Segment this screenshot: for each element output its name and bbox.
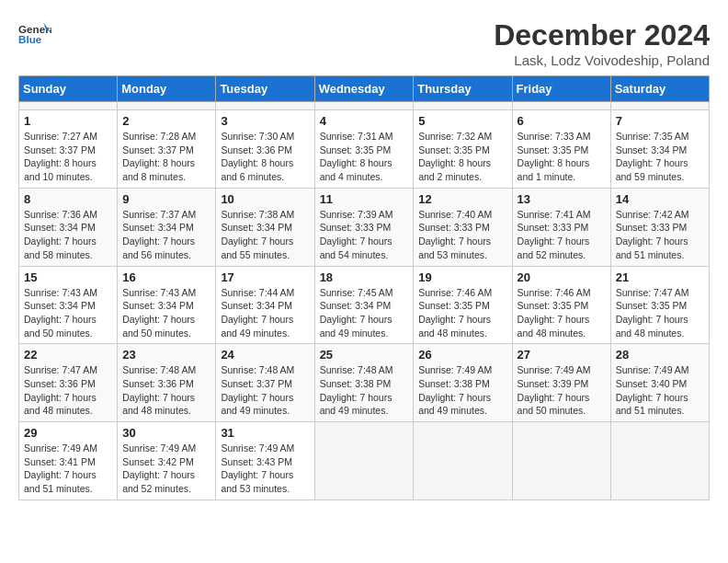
day-number: 27 [518,348,606,362]
title-block: December 2024 Lask, Lodz Voivodeship, Po… [494,18,710,68]
day-info: Sunrise: 7:36 AM Sunset: 3:34 PM Dayligh… [24,208,112,262]
calendar-cell: 6Sunrise: 7:33 AM Sunset: 3:35 PM Daylig… [512,110,610,189]
day-info: Sunrise: 7:38 AM Sunset: 3:34 PM Dayligh… [221,208,309,262]
day-number: 25 [320,348,409,362]
calendar-week-4: 15Sunrise: 7:43 AM Sunset: 3:34 PM Dayli… [19,266,710,344]
calendar-cell: 24Sunrise: 7:48 AM Sunset: 3:37 PM Dayli… [216,344,314,422]
calendar-cell: 3Sunrise: 7:30 AM Sunset: 3:36 PM Daylig… [216,110,314,189]
col-header-tuesday: Tuesday [216,76,314,102]
day-info: Sunrise: 7:48 AM Sunset: 3:36 PM Dayligh… [122,363,210,418]
day-number: 13 [518,192,606,206]
day-info: Sunrise: 7:49 AM Sunset: 3:40 PM Dayligh… [616,363,704,418]
calendar-cell: 18Sunrise: 7:45 AM Sunset: 3:34 PM Dayli… [314,266,414,344]
calendar-cell: 7Sunrise: 7:35 AM Sunset: 3:34 PM Daylig… [610,110,709,189]
calendar-week-1 [19,102,710,110]
calendar-cell: 31Sunrise: 7:49 AM Sunset: 3:43 PM Dayli… [216,422,314,500]
calendar-cell [118,102,216,110]
day-number: 28 [616,348,704,362]
col-header-monday: Monday [118,76,216,102]
calendar-cell: 30Sunrise: 7:49 AM Sunset: 3:42 PM Dayli… [118,422,216,500]
calendar-cell: 29Sunrise: 7:49 AM Sunset: 3:41 PM Dayli… [19,422,118,500]
day-number: 6 [518,114,606,128]
day-info: Sunrise: 7:45 AM Sunset: 3:34 PM Dayligh… [320,286,409,340]
calendar-week-5: 22Sunrise: 7:47 AM Sunset: 3:36 PM Dayli… [19,344,710,422]
day-number: 4 [320,114,409,128]
day-info: Sunrise: 7:31 AM Sunset: 3:35 PM Dayligh… [320,130,409,184]
day-info: Sunrise: 7:37 AM Sunset: 3:34 PM Dayligh… [122,208,210,262]
day-number: 21 [616,270,704,284]
calendar-cell: 23Sunrise: 7:48 AM Sunset: 3:36 PM Dayli… [118,344,216,422]
main-title: December 2024 [494,18,710,52]
calendar-cell: 10Sunrise: 7:38 AM Sunset: 3:34 PM Dayli… [216,188,314,266]
calendar-cell: 13Sunrise: 7:41 AM Sunset: 3:33 PM Dayli… [512,188,610,266]
day-number: 14 [616,192,704,206]
day-number: 31 [221,426,309,440]
day-info: Sunrise: 7:42 AM Sunset: 3:33 PM Dayligh… [616,208,704,262]
calendar-cell: 19Sunrise: 7:46 AM Sunset: 3:35 PM Dayli… [414,266,512,344]
day-info: Sunrise: 7:49 AM Sunset: 3:41 PM Dayligh… [24,442,112,496]
col-header-friday: Friday [512,76,610,102]
day-info: Sunrise: 7:48 AM Sunset: 3:38 PM Dayligh… [320,363,409,418]
calendar-cell: 12Sunrise: 7:40 AM Sunset: 3:33 PM Dayli… [414,188,512,266]
day-number: 5 [418,114,506,128]
day-number: 7 [616,114,704,128]
day-info: Sunrise: 7:48 AM Sunset: 3:37 PM Dayligh… [221,363,309,418]
calendar-cell [610,422,709,500]
day-number: 3 [221,114,309,128]
calendar-cell: 2Sunrise: 7:28 AM Sunset: 3:37 PM Daylig… [118,110,216,189]
calendar-cell: 17Sunrise: 7:44 AM Sunset: 3:34 PM Dayli… [216,266,314,344]
calendar-header-row: SundayMondayTuesdayWednesdayThursdayFrid… [19,76,710,102]
calendar-cell [610,102,709,110]
day-info: Sunrise: 7:49 AM Sunset: 3:42 PM Dayligh… [122,442,210,496]
day-number: 19 [418,270,506,284]
calendar-cell: 15Sunrise: 7:43 AM Sunset: 3:34 PM Dayli… [19,266,118,344]
day-number: 11 [320,192,409,206]
calendar-cell: 20Sunrise: 7:46 AM Sunset: 3:35 PM Dayli… [512,266,610,344]
calendar-cell [314,102,414,110]
day-number: 23 [122,348,210,362]
calendar-week-3: 8Sunrise: 7:36 AM Sunset: 3:34 PM Daylig… [19,188,710,266]
day-info: Sunrise: 7:49 AM Sunset: 3:38 PM Dayligh… [418,363,506,418]
day-info: Sunrise: 7:43 AM Sunset: 3:34 PM Dayligh… [122,286,210,340]
day-info: Sunrise: 7:47 AM Sunset: 3:36 PM Dayligh… [24,363,112,418]
calendar-cell: 9Sunrise: 7:37 AM Sunset: 3:34 PM Daylig… [118,188,216,266]
day-info: Sunrise: 7:46 AM Sunset: 3:35 PM Dayligh… [518,286,606,340]
calendar-week-2: 1Sunrise: 7:27 AM Sunset: 3:37 PM Daylig… [19,110,710,189]
day-info: Sunrise: 7:43 AM Sunset: 3:34 PM Dayligh… [24,286,112,340]
logo: General Blue [18,18,51,52]
calendar-cell: 27Sunrise: 7:49 AM Sunset: 3:39 PM Dayli… [512,344,610,422]
svg-text:Blue: Blue [18,33,42,45]
header: General Blue December 2024 Lask, Lodz Vo… [18,18,710,68]
calendar-cell: 4Sunrise: 7:31 AM Sunset: 3:35 PM Daylig… [314,110,414,189]
calendar-cell [414,102,512,110]
calendar-cell: 25Sunrise: 7:48 AM Sunset: 3:38 PM Dayli… [314,344,414,422]
calendar-cell: 1Sunrise: 7:27 AM Sunset: 3:37 PM Daylig… [19,110,118,189]
calendar-cell [512,422,610,500]
day-info: Sunrise: 7:46 AM Sunset: 3:35 PM Dayligh… [418,286,506,340]
calendar-cell: 26Sunrise: 7:49 AM Sunset: 3:38 PM Dayli… [414,344,512,422]
col-header-thursday: Thursday [414,76,512,102]
day-info: Sunrise: 7:39 AM Sunset: 3:33 PM Dayligh… [320,208,409,262]
calendar-table: SundayMondayTuesdayWednesdayThursdayFrid… [18,75,710,500]
day-number: 10 [221,192,309,206]
day-number: 9 [122,192,210,206]
subtitle: Lask, Lodz Voivodeship, Poland [494,52,710,68]
day-number: 30 [122,426,210,440]
day-number: 22 [24,348,112,362]
day-number: 15 [24,270,112,284]
day-info: Sunrise: 7:35 AM Sunset: 3:34 PM Dayligh… [616,130,704,184]
day-info: Sunrise: 7:44 AM Sunset: 3:34 PM Dayligh… [221,286,309,340]
col-header-sunday: Sunday [19,76,118,102]
calendar-cell [19,102,118,110]
day-number: 12 [418,192,506,206]
calendar-cell: 16Sunrise: 7:43 AM Sunset: 3:34 PM Dayli… [118,266,216,344]
day-number: 17 [221,270,309,284]
day-number: 2 [122,114,210,128]
day-info: Sunrise: 7:33 AM Sunset: 3:35 PM Dayligh… [518,130,606,184]
day-info: Sunrise: 7:49 AM Sunset: 3:43 PM Dayligh… [221,442,309,496]
calendar-cell: 22Sunrise: 7:47 AM Sunset: 3:36 PM Dayli… [19,344,118,422]
calendar-cell [216,102,314,110]
day-info: Sunrise: 7:47 AM Sunset: 3:35 PM Dayligh… [616,286,704,340]
col-header-wednesday: Wednesday [314,76,414,102]
calendar-cell: 11Sunrise: 7:39 AM Sunset: 3:33 PM Dayli… [314,188,414,266]
